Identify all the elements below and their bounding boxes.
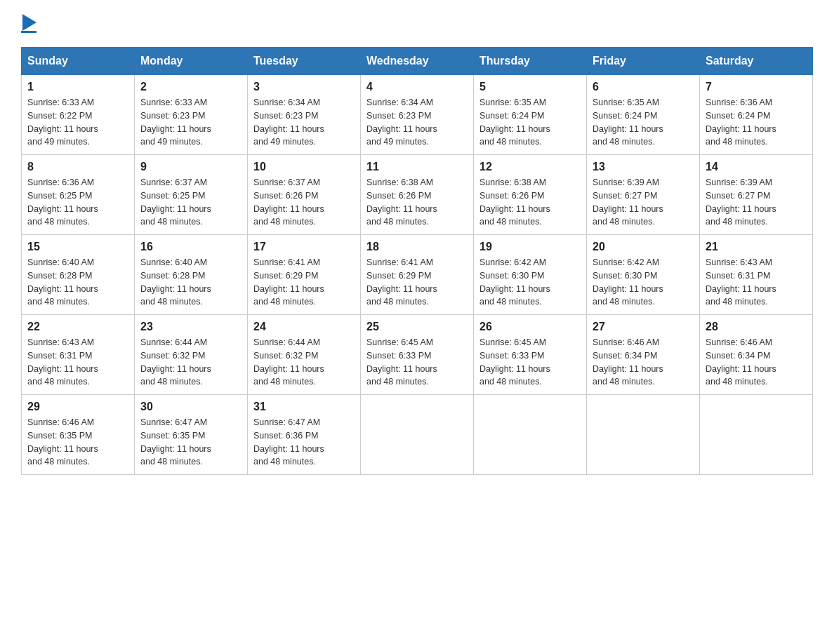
day-number: 6	[593, 81, 694, 93]
day-info: Sunrise: 6:42 AM Sunset: 6:30 PM Dayligh…	[479, 256, 581, 309]
day-info: Sunrise: 6:33 AM Sunset: 6:22 PM Dayligh…	[27, 96, 128, 149]
day-number: 7	[706, 81, 807, 93]
column-header-friday: Friday	[587, 48, 700, 75]
calendar-cell: 5 Sunrise: 6:35 AM Sunset: 6:24 PM Dayli…	[474, 75, 587, 155]
day-info: Sunrise: 6:39 AM Sunset: 6:27 PM Dayligh…	[593, 176, 694, 229]
day-info: Sunrise: 6:45 AM Sunset: 6:33 PM Dayligh…	[366, 336, 468, 389]
day-info: Sunrise: 6:38 AM Sunset: 6:26 PM Dayligh…	[366, 176, 468, 229]
day-number: 16	[140, 241, 241, 253]
calendar-cell: 4 Sunrise: 6:34 AM Sunset: 6:23 PM Dayli…	[361, 75, 474, 155]
day-info: Sunrise: 6:34 AM Sunset: 6:23 PM Dayligh…	[366, 96, 468, 149]
day-info: Sunrise: 6:38 AM Sunset: 6:26 PM Dayligh…	[479, 176, 581, 229]
calendar-cell: 24 Sunrise: 6:44 AM Sunset: 6:32 PM Dayl…	[248, 315, 361, 395]
day-number: 29	[27, 401, 128, 413]
calendar-cell: 20 Sunrise: 6:42 AM Sunset: 6:30 PM Dayl…	[587, 235, 700, 315]
day-info: Sunrise: 6:44 AM Sunset: 6:32 PM Dayligh…	[253, 336, 355, 389]
day-number: 30	[140, 401, 241, 413]
day-number: 8	[27, 161, 128, 173]
day-number: 17	[253, 241, 355, 253]
day-number: 9	[140, 161, 241, 173]
day-number: 13	[593, 161, 694, 173]
day-number: 28	[706, 321, 807, 333]
calendar-cell: 11 Sunrise: 6:38 AM Sunset: 6:26 PM Dayl…	[361, 155, 474, 235]
day-number: 26	[479, 321, 581, 333]
column-header-saturday: Saturday	[700, 48, 813, 75]
calendar-cell: 2 Sunrise: 6:33 AM Sunset: 6:23 PM Dayli…	[135, 75, 248, 155]
day-number: 4	[366, 81, 468, 93]
calendar-cell: 28 Sunrise: 6:46 AM Sunset: 6:34 PM Dayl…	[700, 315, 813, 395]
calendar-cell: 7 Sunrise: 6:36 AM Sunset: 6:24 PM Dayli…	[700, 75, 813, 155]
calendar-cell: 14 Sunrise: 6:39 AM Sunset: 6:27 PM Dayl…	[700, 155, 813, 235]
day-info: Sunrise: 6:42 AM Sunset: 6:30 PM Dayligh…	[593, 256, 694, 309]
calendar-cell: 29 Sunrise: 6:46 AM Sunset: 6:35 PM Dayl…	[22, 395, 135, 475]
day-info: Sunrise: 6:36 AM Sunset: 6:25 PM Dayligh…	[27, 176, 128, 229]
calendar-cell: 1 Sunrise: 6:33 AM Sunset: 6:22 PM Dayli…	[22, 75, 135, 155]
calendar-cell: 26 Sunrise: 6:45 AM Sunset: 6:33 PM Dayl…	[474, 315, 587, 395]
calendar-cell: 21 Sunrise: 6:43 AM Sunset: 6:31 PM Dayl…	[700, 235, 813, 315]
day-info: Sunrise: 6:37 AM Sunset: 6:26 PM Dayligh…	[253, 176, 355, 229]
day-number: 27	[593, 321, 694, 333]
day-info: Sunrise: 6:43 AM Sunset: 6:31 PM Dayligh…	[27, 336, 128, 389]
calendar-cell	[361, 395, 474, 475]
calendar-cell: 15 Sunrise: 6:40 AM Sunset: 6:28 PM Dayl…	[22, 235, 135, 315]
day-info: Sunrise: 6:37 AM Sunset: 6:25 PM Dayligh…	[140, 176, 241, 229]
day-number: 2	[140, 81, 241, 93]
day-info: Sunrise: 6:35 AM Sunset: 6:24 PM Dayligh…	[593, 96, 694, 149]
column-header-thursday: Thursday	[474, 48, 587, 75]
day-info: Sunrise: 6:39 AM Sunset: 6:27 PM Dayligh…	[706, 176, 807, 229]
day-info: Sunrise: 6:43 AM Sunset: 6:31 PM Dayligh…	[706, 256, 807, 309]
day-number: 12	[479, 161, 581, 173]
day-number: 19	[479, 241, 581, 253]
logo-arrow-icon	[22, 14, 37, 31]
calendar-cell	[700, 395, 813, 475]
column-header-monday: Monday	[135, 48, 248, 75]
calendar-cell: 22 Sunrise: 6:43 AM Sunset: 6:31 PM Dayl…	[22, 315, 135, 395]
page-header	[21, 14, 813, 33]
day-number: 14	[706, 161, 807, 173]
calendar-cell: 3 Sunrise: 6:34 AM Sunset: 6:23 PM Dayli…	[248, 75, 361, 155]
day-info: Sunrise: 6:47 AM Sunset: 6:36 PM Dayligh…	[253, 416, 355, 469]
day-info: Sunrise: 6:47 AM Sunset: 6:35 PM Dayligh…	[140, 416, 241, 469]
day-info: Sunrise: 6:36 AM Sunset: 6:24 PM Dayligh…	[706, 96, 807, 149]
day-info: Sunrise: 6:44 AM Sunset: 6:32 PM Dayligh…	[140, 336, 241, 389]
calendar-cell: 31 Sunrise: 6:47 AM Sunset: 6:36 PM Dayl…	[248, 395, 361, 475]
calendar-week-row: 29 Sunrise: 6:46 AM Sunset: 6:35 PM Dayl…	[22, 395, 813, 475]
svg-marker-0	[22, 14, 37, 31]
calendar-cell: 8 Sunrise: 6:36 AM Sunset: 6:25 PM Dayli…	[22, 155, 135, 235]
calendar-cell: 30 Sunrise: 6:47 AM Sunset: 6:35 PM Dayl…	[135, 395, 248, 475]
day-info: Sunrise: 6:33 AM Sunset: 6:23 PM Dayligh…	[140, 96, 241, 149]
calendar-cell: 19 Sunrise: 6:42 AM Sunset: 6:30 PM Dayl…	[474, 235, 587, 315]
day-number: 20	[593, 241, 694, 253]
calendar-cell: 16 Sunrise: 6:40 AM Sunset: 6:28 PM Dayl…	[135, 235, 248, 315]
calendar-cell: 17 Sunrise: 6:41 AM Sunset: 6:29 PM Dayl…	[248, 235, 361, 315]
column-header-tuesday: Tuesday	[248, 48, 361, 75]
day-number: 25	[366, 321, 468, 333]
column-header-sunday: Sunday	[22, 48, 135, 75]
day-number: 31	[253, 401, 355, 413]
day-info: Sunrise: 6:46 AM Sunset: 6:34 PM Dayligh…	[706, 336, 807, 389]
day-info: Sunrise: 6:34 AM Sunset: 6:23 PM Dayligh…	[253, 96, 355, 149]
calendar-week-row: 15 Sunrise: 6:40 AM Sunset: 6:28 PM Dayl…	[22, 235, 813, 315]
calendar-cell	[474, 395, 587, 475]
day-info: Sunrise: 6:46 AM Sunset: 6:35 PM Dayligh…	[27, 416, 128, 469]
day-number: 18	[366, 241, 468, 253]
calendar-cell: 27 Sunrise: 6:46 AM Sunset: 6:34 PM Dayl…	[587, 315, 700, 395]
day-info: Sunrise: 6:40 AM Sunset: 6:28 PM Dayligh…	[140, 256, 241, 309]
day-info: Sunrise: 6:35 AM Sunset: 6:24 PM Dayligh…	[479, 96, 581, 149]
calendar-cell: 25 Sunrise: 6:45 AM Sunset: 6:33 PM Dayl…	[361, 315, 474, 395]
calendar-cell: 10 Sunrise: 6:37 AM Sunset: 6:26 PM Dayl…	[248, 155, 361, 235]
calendar-cell	[587, 395, 700, 475]
day-number: 11	[366, 161, 468, 173]
day-info: Sunrise: 6:40 AM Sunset: 6:28 PM Dayligh…	[27, 256, 128, 309]
day-number: 15	[27, 241, 128, 253]
calendar-header-row: SundayMondayTuesdayWednesdayThursdayFrid…	[22, 48, 813, 75]
day-number: 21	[706, 241, 807, 253]
day-number: 5	[479, 81, 581, 93]
logo	[21, 14, 37, 33]
day-number: 3	[253, 81, 355, 93]
day-number: 23	[140, 321, 241, 333]
day-number: 10	[253, 161, 355, 173]
column-header-wednesday: Wednesday	[361, 48, 474, 75]
day-number: 24	[253, 321, 355, 333]
calendar-cell: 18 Sunrise: 6:41 AM Sunset: 6:29 PM Dayl…	[361, 235, 474, 315]
